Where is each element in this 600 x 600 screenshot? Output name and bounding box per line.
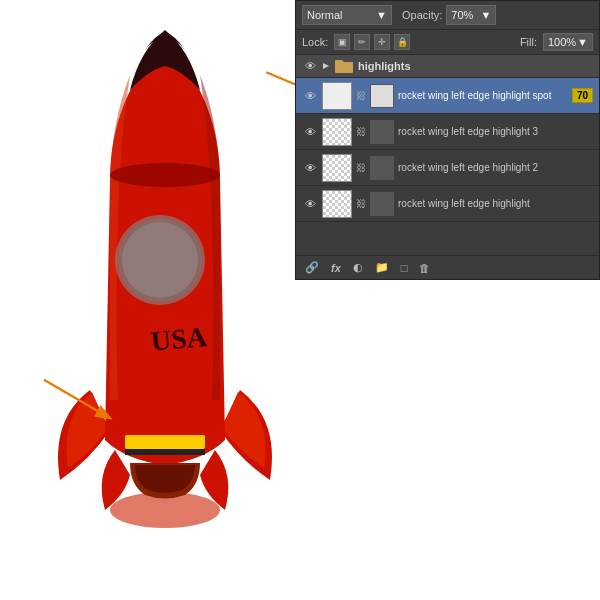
layer-visibility-eye[interactable]: 👁 [302, 88, 318, 104]
new-group-button[interactable]: 📁 [372, 260, 392, 275]
panel-topbar: Normal ▼ Opacity: 70% ▼ [296, 1, 599, 30]
delete-layer-button[interactable]: 🗑 [416, 261, 433, 275]
layer-thumbnail [322, 154, 352, 182]
opacity-dropdown[interactable]: 70% ▼ [446, 5, 496, 25]
fill-arrow: ▼ [577, 36, 588, 48]
opacity-value: 70% [451, 9, 473, 21]
group-name: highlights [358, 60, 411, 72]
fill-label: Fill: [520, 36, 537, 48]
layer-visibility-eye[interactable]: 👁 [302, 124, 318, 140]
group-row[interactable]: 👁 highlights [296, 55, 599, 78]
layer-chain-icon: ⛓ [356, 196, 366, 212]
layer-row[interactable]: 👁 ⛓ rocket wing left edge highlight 2 [296, 150, 599, 186]
svg-point-1 [110, 163, 220, 187]
layer-thumb-content [323, 191, 351, 217]
opacity-label: Opacity: [402, 9, 442, 21]
layer-thumb-content [323, 83, 351, 109]
link-icon[interactable]: 🔗 [302, 260, 322, 275]
blend-mode-dropdown[interactable]: Normal ▼ [302, 5, 392, 25]
layer-visibility-eye[interactable]: 👁 [302, 196, 318, 212]
svg-point-4 [122, 222, 198, 298]
opacity-arrow: ▼ [480, 9, 491, 21]
layer-row[interactable]: 👁 ⛓ rocket wing left edge highlight spot… [296, 78, 599, 114]
lock-row: Lock: ▣ ✏ ✛ 🔒 Fill: 100% ▼ [296, 30, 599, 55]
new-layer-button[interactable]: □ [398, 261, 411, 275]
lock-label: Lock: [302, 36, 328, 48]
rocket-illustration: USA [0, 0, 305, 600]
group-expand-triangle[interactable] [322, 62, 330, 70]
layer-thumbnail [322, 82, 352, 110]
rocket-svg: USA [30, 20, 300, 580]
layer-chain-icon: ⛓ [356, 124, 366, 140]
layer-mask-thumb [370, 156, 394, 180]
layer-row[interactable]: 👁 ⛓ rocket wing left edge highlight 3 [296, 114, 599, 150]
layers-list: 👁 ⛓ rocket wing left edge highlight spot… [296, 78, 599, 222]
lock-transparent-btn[interactable]: ▣ [334, 34, 350, 50]
fill-dropdown[interactable]: 100% ▼ [543, 33, 593, 51]
layer-thumb-content [323, 119, 351, 145]
lock-icons: ▣ ✏ ✛ 🔒 [334, 34, 410, 50]
layer-row[interactable]: 👁 ⛓ rocket wing left edge highlight [296, 186, 599, 222]
layer-name: rocket wing left edge highlight spot [398, 90, 568, 101]
svg-marker-10 [323, 63, 329, 69]
panel-bottom-toolbar: 🔗 fx ◐ 📁 □ 🗑 [296, 255, 599, 279]
new-fill-button[interactable]: ◐ [350, 260, 366, 275]
lock-pixels-btn[interactable]: ✏ [354, 34, 370, 50]
svg-text:USA: USA [150, 321, 209, 357]
group-folder-icon [334, 58, 354, 74]
group-visibility-eye[interactable]: 👁 [302, 58, 318, 74]
layer-name: rocket wing left edge highlight [398, 198, 593, 209]
lock-position-btn[interactable]: ✛ [374, 34, 390, 50]
layer-name: rocket wing left edge highlight 2 [398, 162, 593, 173]
layers-panel: Normal ▼ Opacity: 70% ▼ Lock: ▣ ✏ ✛ 🔒 Fi… [295, 0, 600, 280]
svg-rect-7 [125, 449, 205, 455]
layer-thumbnail [322, 190, 352, 218]
layer-thumb-content [323, 155, 351, 181]
blend-mode-value: Normal [307, 9, 342, 21]
layer-mask-thumb [370, 84, 394, 108]
layer-chain-icon: ⛓ [356, 160, 366, 176]
layer-name: rocket wing left edge highlight 3 [398, 126, 593, 137]
layer-mask-thumb [370, 120, 394, 144]
layer-thumbnail [322, 118, 352, 146]
layer-opacity-badge: 70 [572, 88, 593, 103]
blend-mode-arrow: ▼ [376, 9, 387, 21]
layer-chain-icon: ⛓ [356, 88, 366, 104]
lock-all-btn[interactable]: 🔒 [394, 34, 410, 50]
svg-rect-6 [125, 435, 205, 449]
layer-visibility-eye[interactable]: 👁 [302, 160, 318, 176]
layer-mask-thumb [370, 192, 394, 216]
fill-value: 100% [548, 36, 576, 48]
fx-button[interactable]: fx [328, 261, 344, 275]
